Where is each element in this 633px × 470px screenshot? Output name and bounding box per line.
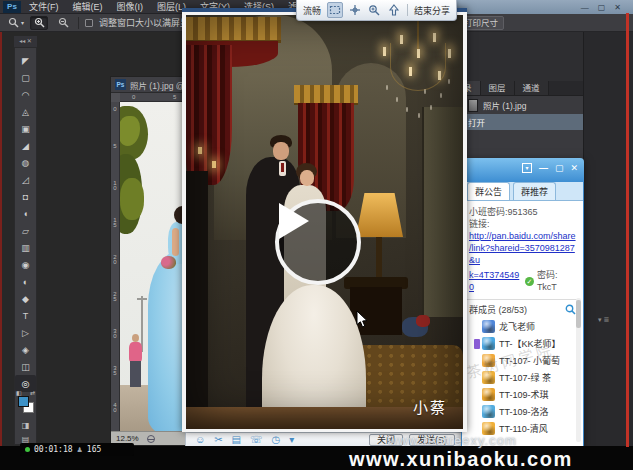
tools-panel-header[interactable]: ◂◂ ✕ (14, 36, 37, 47)
brush-tool[interactable]: ◿ (15, 171, 36, 188)
chat-buttons: 关闭 发送(S) (369, 434, 461, 446)
close-icon[interactable]: ✕ (614, 3, 621, 12)
menu-file[interactable]: 文件(F) (29, 0, 59, 13)
pen-tool[interactable]: ◆ (15, 290, 36, 307)
zoom-in-button[interactable] (366, 2, 381, 18)
fit-screen-checkbox[interactable] (85, 19, 93, 27)
screenshot-icon[interactable]: ✂ (214, 433, 222, 446)
member-row[interactable]: TT-109-洛洛 (462, 403, 583, 420)
qq-chat-toolbar: ☺ ✂ ▤ ☏ ◷ ▾ 关闭 发送(S) (185, 432, 461, 447)
marquee-tool[interactable]: ▢ (15, 69, 36, 86)
shape-tool[interactable]: ◈ (15, 341, 36, 358)
shake-window-icon[interactable]: ☏ (250, 433, 263, 446)
history-snapshot-row[interactable]: 照片 (1).jpg (455, 96, 583, 114)
zoom-tool-icon[interactable]: ▾ (8, 17, 24, 28)
minimize-icon[interactable]: — (581, 3, 589, 12)
member-row[interactable]: TT-109-术琪 (462, 386, 583, 403)
lasso-tool[interactable]: ◠ (15, 86, 36, 103)
end-share-button[interactable]: 结束分享 (414, 4, 450, 17)
members-count: 群成员 (28/53) (469, 303, 527, 316)
scrollbar-thumb[interactable] (576, 300, 581, 328)
menu-edit[interactable]: 编辑(E) (73, 0, 103, 13)
snapshot-label: 照片 (1).jpg (483, 99, 526, 111)
ruler-corner (111, 93, 120, 102)
send-button[interactable]: 发送(S) (409, 434, 455, 446)
move-tool[interactable]: ◤ (15, 52, 36, 69)
crop-tool[interactable]: ▣ (15, 120, 36, 137)
bride-arm-shape (172, 228, 179, 256)
member-row[interactable]: TT-107-绿 茶 (462, 369, 583, 386)
send-image-icon[interactable]: ▤ (232, 433, 241, 446)
default-colors-icon[interactable]: ◧ (16, 389, 22, 396)
close-chat-button[interactable]: 关闭 (369, 434, 403, 446)
eyedropper-tool[interactable]: ◢ (15, 137, 36, 154)
play-button[interactable] (275, 199, 361, 285)
clone-stamp-tool[interactable]: ◘ (15, 188, 36, 205)
quality-label[interactable]: 流畅 (303, 4, 321, 17)
minimize-icon[interactable]: — (539, 163, 548, 173)
tab-layers[interactable]: 图层 (481, 81, 515, 95)
close-icon[interactable]: ✕ (570, 163, 578, 173)
snapshot-thumbnail (468, 99, 478, 112)
passerby-shape (129, 342, 142, 362)
passerby-shape (130, 361, 141, 387)
mouse-cursor (356, 311, 369, 332)
member-row[interactable]: 龙飞老师 (462, 318, 583, 335)
swap-colors-icon[interactable]: ⇄ (30, 389, 35, 396)
panel-tabs: 录 图层 通道 (455, 81, 583, 96)
type-tool[interactable]: T (15, 307, 36, 324)
gradient-tool[interactable]: ▥ (15, 239, 36, 256)
member-row[interactable]: TT-107- 小葡萄 (462, 352, 583, 369)
share-toolbar: 流畅 结束分享 (296, 0, 457, 21)
foreground-color-swatch[interactable] (18, 396, 29, 407)
history-step-label: 打开 (468, 116, 485, 128)
screenshare-border-right (626, 13, 629, 447)
upload-share-button[interactable] (386, 2, 401, 18)
history-brush-tool[interactable]: ◖ (15, 205, 36, 222)
dodge-tool[interactable]: ◐ (15, 273, 36, 290)
history-open-row[interactable]: 打开 (455, 114, 583, 130)
passerby-shape (132, 334, 139, 342)
maximize-icon[interactable]: ▢ (555, 163, 564, 173)
recording-status: 00:01:18 ♟ 165 (20, 443, 134, 456)
move-view-button[interactable] (347, 2, 362, 18)
baidu-pan-link[interactable]: /link?shareid=3570981287&u (469, 242, 578, 266)
video-frame[interactable]: 小蔡 (186, 15, 463, 429)
member-row[interactable]: TT-【KK老师】 (462, 335, 583, 352)
path-selection-tool[interactable]: ▷ (15, 324, 36, 341)
verified-check-icon: ✓ (525, 277, 534, 286)
qq-panel-titlebar[interactable]: ▾ — ▢ ✕ (461, 158, 584, 182)
blur-tool[interactable]: ◉ (15, 256, 36, 273)
zoom-out-button[interactable] (54, 16, 72, 30)
maximize-icon[interactable]: ▢ (598, 3, 606, 12)
baidu-pan-link[interactable]: http://pan.baidu.com/share (469, 230, 578, 242)
tab-group-recommend[interactable]: 群推荐 (513, 182, 556, 200)
panel-menu-icon[interactable]: ▾ ≣ (598, 316, 609, 324)
zoom-in-button[interactable] (30, 16, 48, 30)
hand-tool[interactable]: ◫ (15, 358, 36, 375)
video-signature: 小蔡 (413, 396, 447, 417)
eraser-tool[interactable]: ▱ (15, 222, 36, 239)
play-icon (279, 203, 309, 239)
menu-image[interactable]: 图像(I) (117, 0, 144, 13)
capture-region-button[interactable] (327, 2, 343, 18)
emoji-icon[interactable]: ☺ (195, 433, 205, 446)
quick-mask-button[interactable]: ◨ (15, 418, 36, 432)
screen: Ps 文件(F) 编辑(E) 图像(I) 图层(L) 文字(Y) 选择(S) 滤… (0, 0, 633, 470)
tab-channels[interactable]: 通道 (515, 81, 549, 95)
search-icon[interactable] (565, 304, 576, 315)
qq-window-controls: ▾ — ▢ ✕ (522, 163, 578, 173)
tab-group-announcement[interactable]: 群公告 (467, 182, 510, 200)
message-history-icon[interactable]: ◷ (272, 433, 281, 446)
caret-down-icon: ▾ (21, 19, 24, 26)
link-row: k=4T3745490 ✓ 密码: TkcT (469, 269, 578, 293)
healing-brush-tool[interactable]: ◍ (15, 154, 36, 171)
baidu-pan-link[interactable]: k=4T3745490 (469, 269, 522, 293)
caret-down-icon[interactable]: ▾ (289, 433, 294, 446)
panel-settings-icon[interactable]: ▾ (522, 163, 532, 173)
zoom-level[interactable]: 12.5% (116, 434, 139, 443)
quick-selection-tool[interactable]: ◬ (15, 103, 36, 120)
member-row[interactable]: TT-110-清风 (462, 420, 583, 437)
recording-dot-icon (25, 447, 30, 452)
viewers-icon: ♟ (77, 446, 83, 454)
